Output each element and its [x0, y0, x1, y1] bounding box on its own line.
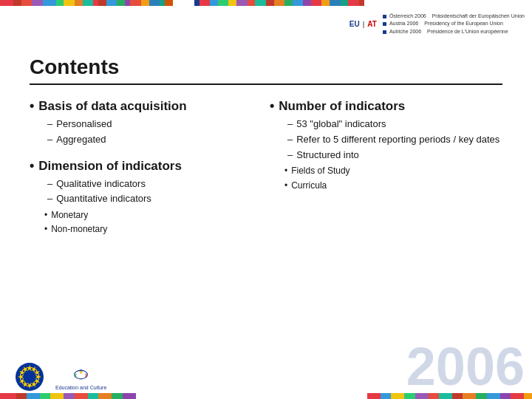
- eu-logo-area: EU | AT: [349, 20, 377, 28]
- list-item: – Quantitative indicators: [47, 191, 262, 207]
- list-item: • Fields of Study: [284, 164, 502, 178]
- dash-icon: –: [287, 117, 293, 132]
- item-personalised: Personalised: [56, 117, 112, 132]
- section1-heading: • Basis of data acquisition: [30, 98, 262, 114]
- item-curricula: Curricula: [291, 179, 327, 193]
- section2-sub-list: • Monetary • Non-monetary: [44, 208, 262, 236]
- year-area: 2006: [406, 340, 532, 393]
- header-text-lines: Österreich 2006Präsidentschaft der Europ…: [383, 13, 525, 36]
- sub-bullet: •: [44, 222, 47, 236]
- sub-bullet: •: [284, 179, 287, 193]
- list-item: – Structured into: [287, 148, 502, 163]
- section1-list: – Personalised – Aggregated: [47, 117, 262, 148]
- list-item: • Curricula: [284, 179, 502, 193]
- item-53: 53 "global" indicators: [296, 117, 386, 132]
- item-refer: Refer to 5 different reporting periods /…: [296, 132, 499, 148]
- header: EU | AT Österreich 2006Präsidentschaft d…: [288, 0, 525, 48]
- svg-point-14: [80, 371, 83, 374]
- item-non-monetary: Non-monetary: [51, 222, 107, 236]
- dash-icon: –: [47, 117, 52, 132]
- header-line1-country: Österreich 2006: [389, 13, 426, 21]
- dash-icon: –: [47, 132, 52, 148]
- culture-label: Education and Culture: [55, 385, 106, 390]
- item-structured: Structured into: [296, 148, 359, 163]
- content-grid: • Basis of data acquisition – Personalis…: [30, 98, 502, 237]
- main-content: Contents • Basis of data acquisition – P…: [0, 48, 532, 355]
- right-section-heading: • Number of indicators: [270, 98, 502, 114]
- eu-label: EU: [349, 20, 360, 28]
- header-line1-text: Präsidentschaft der Europäischen Union: [432, 13, 525, 21]
- item-quantitative: Quantitative indicators: [56, 191, 151, 207]
- list-item: – Qualitative indicators: [47, 177, 262, 192]
- list-item: – Refer to 5 different reporting periods…: [287, 132, 502, 148]
- header-line3-text: Présidence de L'Union européenne: [427, 28, 508, 36]
- header-line2-country: Austria 2006: [389, 20, 418, 28]
- dash-icon: –: [287, 132, 293, 148]
- list-item: • Monetary: [44, 208, 262, 222]
- list-item: – Aggregated: [47, 132, 262, 148]
- right-bullet: •: [270, 98, 274, 114]
- item-aggregated: Aggregated: [56, 132, 106, 148]
- dash-icon: –: [47, 191, 52, 207]
- sub-bullet: •: [44, 208, 47, 222]
- section1-title: Basis of data acquisition: [38, 99, 186, 114]
- bullet2: [383, 22, 386, 26]
- right-column: • Number of indicators – 53 "global" ind…: [270, 98, 502, 193]
- item-qualitative: Qualitative indicators: [56, 177, 146, 192]
- bullet1: [383, 15, 386, 18]
- section2-bullet: •: [30, 158, 34, 174]
- eu-stars-logo: [15, 362, 44, 392]
- header-line2-text: Presidency of the European Union: [424, 20, 503, 28]
- culture-icon: [68, 364, 94, 385]
- right-title: Number of indicators: [279, 99, 405, 114]
- culture-logo: Education and Culture: [55, 364, 106, 390]
- section2-list: – Qualitative indicators – Quantitative …: [47, 177, 262, 208]
- page-title: Contents: [30, 55, 502, 79]
- list-item: – 53 "global" indicators: [287, 117, 502, 132]
- item-fields: Fields of Study: [291, 164, 349, 178]
- section2: • Dimension of indicators – Qualitative …: [30, 158, 262, 237]
- section2-heading: • Dimension of indicators: [30, 158, 262, 174]
- eu-at-badge: EU | AT: [349, 20, 377, 28]
- list-item: – Personalised: [47, 117, 262, 132]
- dash-icon: –: [47, 177, 52, 192]
- right-sub-list: • Fields of Study • Curricula: [284, 164, 502, 192]
- header-line3-country: Autriche 2006: [389, 28, 421, 36]
- left-column: • Basis of data acquisition – Personalis…: [30, 98, 262, 237]
- bullet3: [383, 30, 386, 34]
- bottom-color-strip: [0, 393, 532, 399]
- bottom-logos: Education and Culture: [15, 362, 106, 392]
- item-monetary: Monetary: [51, 208, 88, 222]
- at-label: AT: [367, 20, 377, 28]
- right-section: • Number of indicators – 53 "global" ind…: [270, 98, 502, 193]
- section1: • Basis of data acquisition – Personalis…: [30, 98, 262, 148]
- section2-title: Dimension of indicators: [38, 159, 182, 174]
- bottom-bar: Education and Culture 2006: [0, 355, 532, 399]
- list-item: • Non-monetary: [44, 222, 262, 236]
- year-display: 2006: [406, 340, 525, 393]
- title-divider: [30, 83, 502, 85]
- section1-bullet: •: [30, 98, 34, 114]
- dash-icon: –: [287, 148, 293, 163]
- sub-bullet: •: [284, 164, 287, 178]
- right-list: – 53 "global" indicators – Refer to 5 di…: [287, 117, 502, 163]
